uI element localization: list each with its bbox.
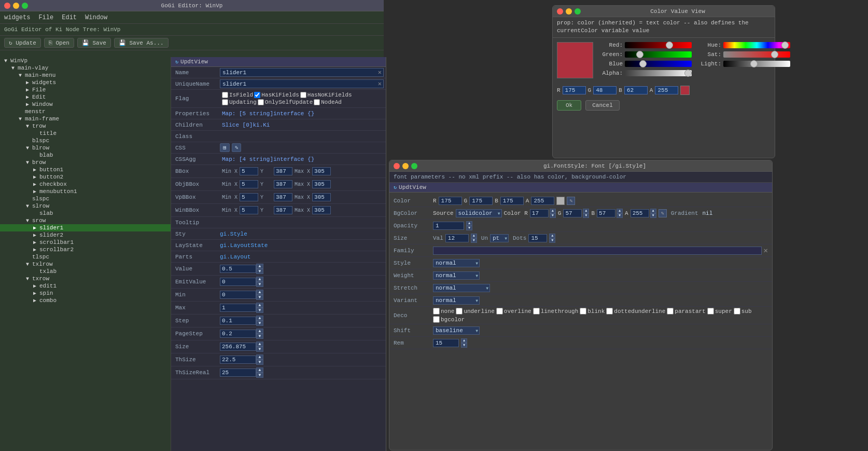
value-input-emitvalue[interactable] [220,278,256,286]
spin-up-step[interactable]: ▲ [256,316,263,321]
family-input[interactable] [433,247,762,255]
tree-item-scrollbar1[interactable]: ▶scrollbar1 [0,239,171,246]
deco-sub-check[interactable] [734,308,740,315]
maximize-button[interactable] [22,3,28,9]
tree-item-txlrow[interactable]: ▼txlrow [0,261,171,268]
deco-underline-check[interactable] [456,308,463,315]
value-input-thsizereal[interactable] [220,368,256,377]
deco-blink-check[interactable] [580,308,586,315]
tree-item-spin[interactable]: ▶spin [0,290,171,297]
font-close-button[interactable] [394,163,400,169]
bbox-input-maxx[interactable] [312,180,331,188]
css-add-button[interactable]: ⊞ [220,143,230,152]
color-min-button[interactable] [566,8,572,15]
flag-check-haskifields[interactable] [254,92,260,98]
tree-item-srow[interactable]: ▼srow [0,217,171,224]
r-input[interactable] [563,86,586,94]
value-input-value[interactable] [220,265,256,273]
tree-item-main-menu[interactable]: ▼main-menu [0,72,171,79]
tree-item-tlspc[interactable]: tlspc [0,253,171,261]
tree-item-trow[interactable]: ▼trow [0,122,171,130]
color-b-input[interactable] [500,197,524,205]
name-clear-button[interactable]: ✕ [376,69,383,76]
bgcolor-g-down[interactable]: ▼ [583,213,589,218]
tree-panel[interactable]: ▼WinVp▼main-vlay▼main-menu▶widgets▶File▶… [0,57,171,451]
tree-item-blab[interactable]: blab [0,152,171,159]
color-close-button[interactable] [557,8,563,15]
bgcolor-g-input[interactable] [563,209,582,217]
spin-up-value[interactable]: ▲ [256,264,263,269]
bgcolor-a-down[interactable]: ▼ [650,213,656,218]
menu-edit[interactable]: Edit [62,14,77,21]
value-input-max[interactable] [220,304,256,312]
value-input-min[interactable] [220,291,256,299]
tree-item-edit1[interactable]: ▶edit1 [0,282,171,290]
bbox-input-y[interactable] [274,193,292,201]
bbox-input-minx[interactable] [240,180,258,188]
rem-up[interactable]: ▲ [461,338,467,343]
spin-up-size[interactable]: ▲ [256,341,263,347]
bbox-input-maxx[interactable] [312,167,331,175]
weight-select[interactable]: normal bold lighter [433,271,480,280]
save-as-button[interactable]: 💾 Save As... [114,38,169,48]
size-dots-down[interactable]: ▼ [549,238,555,243]
css-edit-button[interactable]: ✎ [232,143,242,152]
tree-item-checkbox[interactable]: ▶checkbox [0,181,171,188]
color-max-button[interactable] [575,8,581,15]
value-input-step[interactable] [220,317,256,325]
bgcolor-b-down[interactable]: ▼ [617,213,623,218]
style-select[interactable]: normal italic oblique [433,259,480,267]
spin-up-pagestep[interactable]: ▲ [256,329,263,334]
tree-item-combo[interactable]: ▶combo [0,297,171,304]
sat-slider[interactable] [723,51,790,58]
opacity-down[interactable]: ▼ [466,226,472,230]
tree-item-title[interactable]: title [0,130,171,137]
tree-item-Edit[interactable]: ▶Edit [0,93,171,101]
spin-dn-size[interactable]: ▼ [256,347,263,352]
alpha-slider[interactable] [625,70,692,76]
spin-up-thsize[interactable]: ▲ [256,354,263,360]
size-dots-up[interactable]: ▲ [549,234,555,238]
green-slider[interactable] [625,51,692,58]
bgcolor-a-input[interactable] [631,209,649,217]
tree-item-blrow[interactable]: ▼blrow [0,144,171,152]
tree-item-menstr[interactable]: menstr [0,108,171,115]
deco-overline-check[interactable] [496,308,503,315]
update-button[interactable]: ↻ Update [4,38,41,48]
color-a-input[interactable] [531,197,554,205]
tree-item-File[interactable]: ▶File [0,86,171,93]
tree-item-main-frame[interactable]: ▼main-frame [0,115,171,122]
tree-item-slab[interactable]: slab [0,210,171,217]
variant-select[interactable]: normal small-caps [433,296,480,305]
tree-item-widgets[interactable]: ▶widgets [0,79,171,86]
spin-dn-max[interactable]: ▼ [256,308,263,313]
blue-slider[interactable] [625,61,692,67]
spin-dn-value[interactable]: ▼ [256,269,263,274]
spin-dn-pagestep[interactable]: ▼ [256,334,263,339]
size-val-input[interactable] [445,234,469,242]
bgcolor-a-up[interactable]: ▲ [650,209,656,213]
tree-item-slrow[interactable]: ▼slrow [0,202,171,210]
b-input[interactable] [624,86,648,94]
flag-check-isfield[interactable] [222,92,228,98]
g-input[interactable] [593,86,617,94]
a-input[interactable] [655,86,678,94]
tree-item-menubutton1[interactable]: ▶menubutton1 [0,188,171,195]
spin-up-max[interactable]: ▲ [256,303,263,308]
save-button[interactable]: 💾 Save [77,38,111,48]
tree-item-slspc[interactable]: slspc [0,195,171,202]
tree-item-txrow[interactable]: ▼txrow [0,275,171,282]
deco-bgcolor-check[interactable] [433,316,440,323]
shift-select[interactable]: baseline super sub [433,326,480,335]
tree-item-main-vlay[interactable]: ▼main-vlay [0,64,171,72]
color-g-input[interactable] [469,197,493,205]
bgcolor-r-input[interactable] [530,209,549,217]
red-slider[interactable] [625,42,692,48]
bgcolor-b-input[interactable] [597,209,615,217]
tree-item-blspc[interactable]: blspc [0,137,171,144]
tree-item-slider2[interactable]: ▶slider2 [0,231,171,239]
spin-dn-min[interactable]: ▼ [256,295,263,300]
spin-dn-thsizereal[interactable]: ▼ [256,373,263,378]
menu-widgets[interactable]: widgets [4,14,30,21]
cancel-button[interactable]: Cancel [585,100,620,111]
